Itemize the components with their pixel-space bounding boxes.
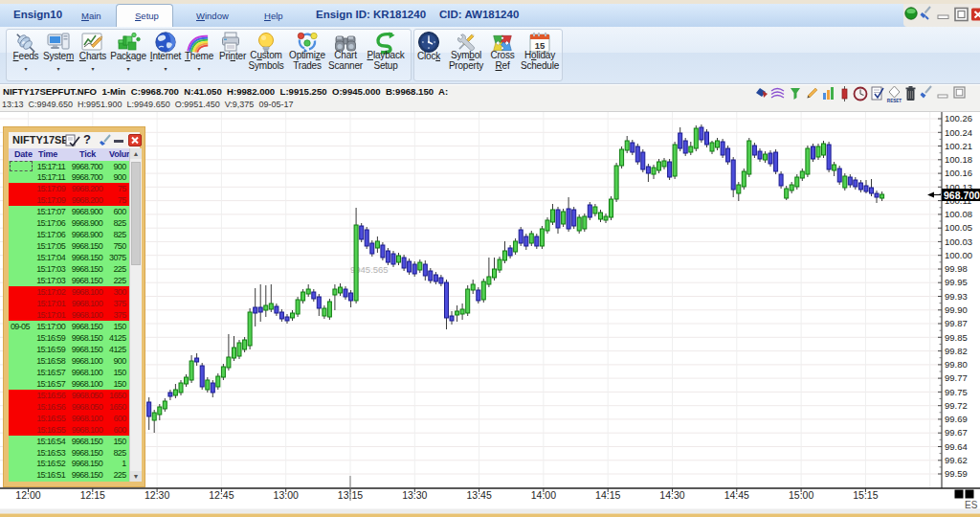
svg-text:100.18: 100.18 bbox=[945, 154, 972, 165]
svg-text:99.87: 99.87 bbox=[945, 318, 968, 328]
svg-text:99.64: 99.64 bbox=[945, 441, 968, 452]
svg-text:99.75: 99.75 bbox=[945, 387, 968, 397]
svg-text:99.95: 99.95 bbox=[945, 277, 968, 287]
svg-text:100.26: 100.26 bbox=[945, 113, 972, 124]
svg-text:968.700: 968.700 bbox=[944, 190, 980, 201]
svg-text:99.62: 99.62 bbox=[945, 455, 968, 465]
svg-text:12:15: 12:15 bbox=[80, 489, 105, 501]
svg-text:14:45: 14:45 bbox=[724, 489, 749, 501]
svg-text:99.93: 99.93 bbox=[945, 291, 968, 302]
svg-text:100.03: 100.03 bbox=[945, 236, 972, 247]
svg-text:99.80: 99.80 bbox=[945, 359, 968, 370]
svg-text:12:30: 12:30 bbox=[145, 489, 169, 501]
svg-text:100.21: 100.21 bbox=[945, 141, 972, 151]
svg-text:12:45: 12:45 bbox=[209, 489, 234, 501]
svg-text:13:30: 13:30 bbox=[402, 489, 427, 501]
svg-text:100.08: 100.08 bbox=[945, 209, 972, 219]
svg-text:15: 15 bbox=[535, 40, 546, 51]
svg-text:100.05: 100.05 bbox=[945, 222, 972, 233]
svg-text:15:15: 15:15 bbox=[853, 489, 878, 501]
svg-text:99.69: 99.69 bbox=[945, 414, 968, 424]
svg-text:13:00: 13:00 bbox=[274, 489, 299, 501]
svg-text:99.59: 99.59 bbox=[945, 468, 968, 479]
svg-text:14:15: 14:15 bbox=[595, 489, 620, 501]
svg-text:100.24: 100.24 bbox=[945, 127, 972, 138]
svg-text:100.16: 100.16 bbox=[945, 168, 972, 178]
svg-text:99.67: 99.67 bbox=[945, 427, 968, 438]
svg-text:99.85: 99.85 bbox=[945, 332, 968, 343]
svg-text:14:00: 14:00 bbox=[531, 489, 556, 501]
svg-text:12:00: 12:00 bbox=[15, 489, 40, 501]
svg-text:ES: ES bbox=[965, 500, 978, 510]
svg-text:13:45: 13:45 bbox=[466, 489, 491, 501]
svg-text:14:30: 14:30 bbox=[659, 489, 684, 501]
svg-text:99.72: 99.72 bbox=[945, 400, 968, 411]
svg-text:15:00: 15:00 bbox=[789, 489, 813, 501]
svg-text:99.98: 99.98 bbox=[945, 263, 968, 274]
svg-text:RESET: RESET bbox=[887, 99, 902, 103]
svg-text:100.00: 100.00 bbox=[945, 250, 972, 260]
svg-text:99.90: 99.90 bbox=[945, 304, 968, 315]
svg-text:99.82: 99.82 bbox=[945, 346, 968, 356]
svg-text:99.77: 99.77 bbox=[945, 372, 968, 383]
